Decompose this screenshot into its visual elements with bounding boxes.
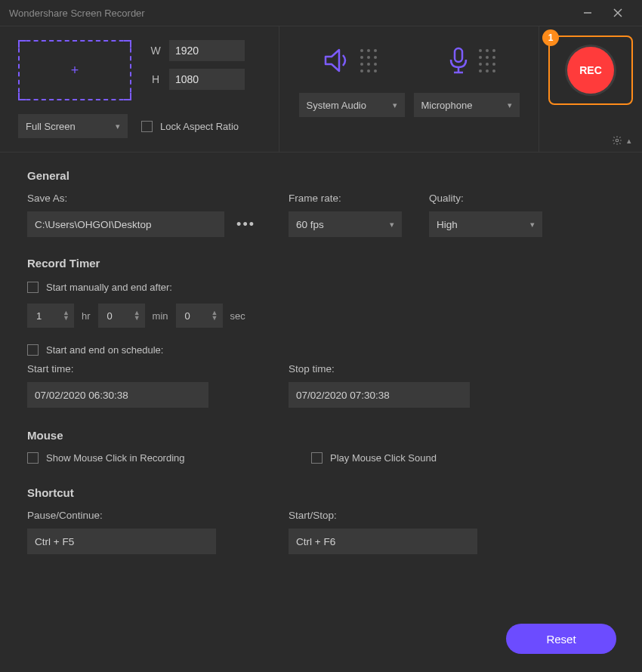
gear-icon [612,135,622,146]
record-label: REC [579,64,602,76]
play-sound-label: Play Mouse Click Sound [330,452,437,464]
frame-rate-value: 60 fps [296,219,324,230]
titlebar: Wondershare Screen Recorder [0,0,642,26]
general-heading: General [27,169,619,182]
chevron-down-icon[interactable]: ▼ [211,316,218,321]
close-button[interactable] [603,0,633,26]
height-label: H [150,73,162,85]
height-input[interactable] [169,69,245,90]
frame-rate-label: Frame rate: [289,193,402,204]
width-input[interactable] [169,40,245,61]
record-section: 1 REC ▴ [539,26,642,152]
schedule-checkbox[interactable] [27,344,39,356]
save-as-label: Save As: [27,193,261,204]
chevron-down-icon: ▾ [390,220,394,230]
start-shortcut-value: Ctrl + F6 [296,536,335,547]
chevron-down-icon[interactable]: ▼ [134,316,140,321]
chevron-down-icon: ▾ [508,100,512,110]
hours-unit: hr [82,310,91,322]
capture-section: + W H Full Screen ▾ Lock Aspect Ratio [0,26,279,152]
microphone-select[interactable]: Microphone ▾ [414,93,520,117]
record-frame: 1 REC [548,35,633,105]
system-audio-value: System Audio [307,100,367,111]
top-panel: + W H Full Screen ▾ Lock Aspect Ratio [0,26,642,152]
minutes-unit: min [153,310,168,322]
system-audio-icon-group [323,46,377,75]
stop-time-value: 07/02/2020 07:30:38 [296,390,390,401]
seconds-value: 0 [185,310,190,322]
pause-shortcut-field[interactable]: Ctrl + F5 [27,529,216,554]
stop-time-field[interactable]: 07/02/2020 07:30:38 [289,382,470,408]
microphone-value: Microphone [421,100,473,111]
show-click-checkbox[interactable] [27,452,39,464]
settings-toggle[interactable]: ▴ [612,135,631,146]
show-click-label: Show Mouse Click in Recording [46,452,185,464]
svg-rect-3 [455,48,462,62]
save-as-field[interactable]: C:\Users\OHGOI\Desktop [27,211,224,237]
frame-rate-select[interactable]: 60 fps ▾ [289,211,402,237]
record-timer-heading: Record Timer [27,257,619,270]
chevron-down-icon: ▾ [116,122,120,131]
window-title: Wondershare Screen Recorder [9,8,573,19]
quality-label: Quality: [429,193,542,204]
lock-aspect-checkbox[interactable] [141,121,153,132]
minutes-value: 0 [107,310,113,322]
width-label: W [150,45,162,57]
microphone-icon [446,46,471,75]
manual-end-label: Start manually and end after: [46,282,172,293]
settings-panel: General Save As: C:\Users\OHGOI\Desktop … [0,152,642,568]
step-badge: 1 [542,29,559,46]
mouse-heading: Mouse [27,429,619,442]
chevron-down-icon: ▾ [530,220,535,230]
shortcut-heading: Shortcut [27,486,619,499]
start-shortcut-field[interactable]: Ctrl + F6 [289,529,477,554]
minutes-spinner[interactable]: 0 ▲▼ [98,304,145,328]
lock-aspect-label: Lock Aspect Ratio [160,121,239,132]
audio-section: System Audio ▾ Microphone ▾ [279,26,539,152]
microphone-icon-group [446,46,495,75]
reset-label: Reset [546,633,576,646]
hours-spinner[interactable]: 1 ▲▼ [27,304,74,328]
pause-shortcut-value: Ctrl + F5 [35,536,74,547]
quality-select[interactable]: High ▾ [429,211,542,237]
system-audio-select[interactable]: System Audio ▾ [299,93,405,117]
start-time-field[interactable]: 07/02/2020 06:30:38 [27,382,208,408]
seconds-spinner[interactable]: 0 ▲▼ [176,304,223,328]
manual-end-checkbox[interactable] [27,282,39,293]
pause-shortcut-label: Pause/Continue: [27,510,216,521]
quality-value: High [437,219,458,230]
speaker-icon [323,48,353,73]
start-time-label: Start time: [27,363,208,375]
capture-mode-select[interactable]: Full Screen ▾ [18,114,128,138]
chevron-down-icon: ▾ [393,100,397,110]
svg-point-6 [616,139,619,142]
start-shortcut-label: Start/Stop: [289,510,477,521]
drag-handle-icon[interactable] [479,49,495,72]
reset-button[interactable]: Reset [506,624,616,654]
play-sound-checkbox[interactable] [311,452,323,464]
minimize-button[interactable] [573,0,603,26]
chevron-up-icon: ▴ [627,136,631,146]
save-as-value: C:\Users\OHGOI\Desktop [35,219,152,230]
hours-value: 1 [36,310,42,322]
seconds-unit: sec [230,310,245,322]
capture-region-selector[interactable]: + [18,40,131,100]
schedule-label: Start and end on schedule: [46,344,163,356]
stop-time-label: Stop time: [289,363,470,375]
start-time-value: 07/02/2020 06:30:38 [35,390,128,401]
browse-button[interactable]: ••• [230,217,261,233]
capture-mode-value: Full Screen [26,121,76,132]
chevron-down-icon[interactable]: ▼ [63,316,69,321]
plus-icon: + [71,63,79,79]
drag-handle-icon[interactable] [360,49,377,72]
record-button[interactable]: REC [567,47,614,94]
